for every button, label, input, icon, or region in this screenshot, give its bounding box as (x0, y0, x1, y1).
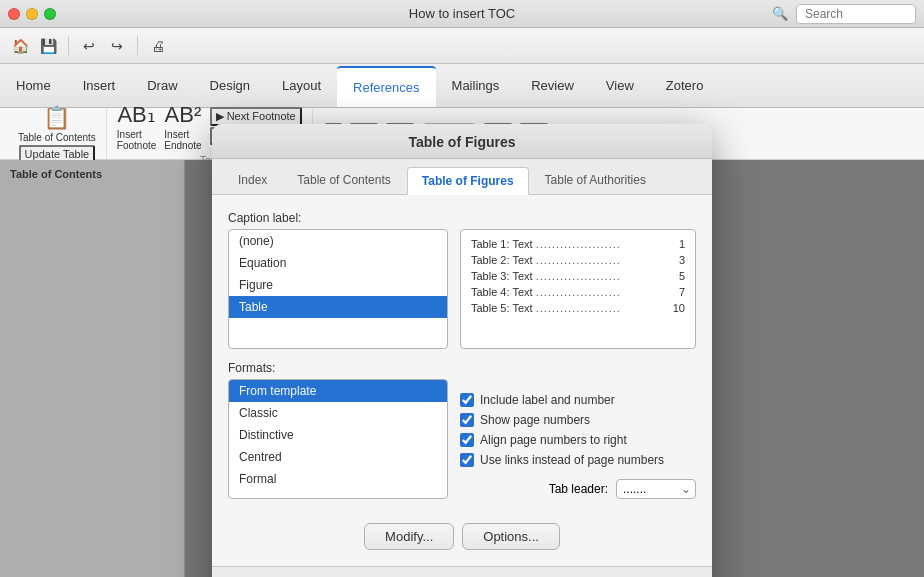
tab-leader-select-wrapper[interactable]: (none) ....... ------- _______ (616, 479, 696, 499)
formats-list: From template Classic Distinctive Centre… (228, 379, 448, 499)
preview-text-3: Table 3: Text ..................... (471, 270, 621, 282)
dialog-title: Table of Figures (212, 124, 712, 159)
checkbox-align-page[interactable]: Align page numbers to right (460, 433, 696, 447)
use-links-checkbox[interactable] (460, 453, 474, 467)
show-page-checkbox[interactable] (460, 413, 474, 427)
caption-none[interactable]: (none) (229, 230, 447, 252)
align-page-checkbox[interactable] (460, 433, 474, 447)
caption-two-col: (none) Equation Figure Table Table 1: Te… (228, 229, 696, 349)
tab-mailings[interactable]: Mailings (436, 64, 516, 107)
preview-text-4: Table 4: Text ..................... (471, 286, 621, 298)
checkboxes: Include label and number Show page numbe… (460, 393, 696, 467)
insert-footnote-button[interactable]: AB₁ InsertFootnote (117, 102, 156, 151)
caption-equation[interactable]: Equation (229, 252, 447, 274)
toc-group: 📋 Table of Contents Update Table (8, 108, 107, 159)
tab-leader-select[interactable]: (none) ....... ------- _______ (616, 479, 696, 499)
tab-zotero[interactable]: Zotero (650, 64, 720, 107)
preview-item-3: Table 3: Text ..................... 5 (471, 270, 685, 282)
preview-page-3: 5 (679, 270, 685, 282)
preview-text-5: Table 5: Text ..................... (471, 302, 621, 314)
tab-leader-label: Tab leader: (549, 482, 608, 496)
tab-index[interactable]: Index (224, 167, 281, 194)
caption-figure[interactable]: Figure (229, 274, 447, 296)
dialog-footer: Cancel OK (212, 566, 712, 578)
caption-list: (none) Equation Figure Table (228, 229, 448, 349)
search-icon: 🔍 (772, 6, 788, 21)
window-controls[interactable] (8, 8, 56, 20)
caption-table[interactable]: Table (229, 296, 447, 318)
endnote-label: InsertEndnote (164, 129, 201, 151)
format-formal[interactable]: Formal (229, 468, 447, 490)
toolbar: 🏠 💾 ↩ ↪ 🖨 (0, 28, 924, 64)
tab-table-of-contents[interactable]: Table of Contents (283, 167, 404, 194)
search-input[interactable] (796, 4, 916, 24)
show-page-text: Show page numbers (480, 413, 590, 427)
tab-leader-area: Include label and number Show page numbe… (460, 379, 696, 499)
format-centred[interactable]: Centred (229, 446, 447, 468)
preview-text-1: Table 1: Text ..................... (471, 238, 621, 250)
table-of-contents-button[interactable]: 📋 Table of Contents (18, 105, 96, 143)
title-bar: How to insert TOC 🔍 (0, 0, 924, 28)
tab-view[interactable]: View (590, 64, 650, 107)
toolbar-separator-2 (137, 36, 138, 56)
preview-page-5: 10 (673, 302, 685, 314)
formats-section: Formats: From template Classic Distincti… (228, 361, 696, 499)
window-title: How to insert TOC (409, 6, 515, 21)
title-bar-right: 🔍 (772, 4, 916, 24)
checkbox-use-links[interactable]: Use links instead of page numbers (460, 453, 696, 467)
toolbar-separator (68, 36, 69, 56)
preview-page-2: 3 (679, 254, 685, 266)
preview-text-2: Table 2: Text ..................... (471, 254, 621, 266)
tab-insert[interactable]: Insert (67, 64, 132, 107)
preview-item-5: Table 5: Text ..................... 10 (471, 302, 685, 314)
doc-area: Table of Contents Table of Figures Index… (0, 160, 924, 577)
format-distinctive[interactable]: Distinctive (229, 424, 447, 446)
tab-leader-row: Tab leader: (none) ....... ------- _____… (460, 479, 696, 499)
modal-overlay: Table of Figures Index Table of Contents… (0, 160, 924, 577)
preview-page-4: 7 (679, 286, 685, 298)
align-page-text: Align page numbers to right (480, 433, 627, 447)
include-label-checkbox[interactable] (460, 393, 474, 407)
tab-table-of-figures[interactable]: Table of Figures (407, 167, 529, 195)
tab-design[interactable]: Design (194, 64, 266, 107)
checkbox-include-label[interactable]: Include label and number (460, 393, 696, 407)
options-button[interactable]: Options... (462, 523, 560, 550)
minimize-button[interactable] (26, 8, 38, 20)
home-icon[interactable]: 🏠 (8, 34, 32, 58)
tab-home[interactable]: Home (0, 64, 67, 107)
format-from-template[interactable]: From template (229, 380, 447, 402)
preview-item-1: Table 1: Text ..................... 1 (471, 238, 685, 250)
dialog-tabs: Index Table of Contents Table of Figures… (212, 159, 712, 195)
print-icon[interactable]: 🖨 (146, 34, 170, 58)
checkbox-show-page[interactable]: Show page numbers (460, 413, 696, 427)
modify-button[interactable]: Modify... (364, 523, 454, 550)
preview-pane: Table 1: Text ..................... 1 Ta… (460, 229, 696, 349)
preview-item-2: Table 2: Text ..................... 3 (471, 254, 685, 266)
use-links-text: Use links instead of page numbers (480, 453, 664, 467)
format-classic[interactable]: Classic (229, 402, 447, 424)
dialog-action-row: Modify... Options... (212, 515, 712, 566)
dialog: Table of Figures Index Table of Contents… (212, 124, 712, 578)
save-icon[interactable]: 💾 (36, 34, 60, 58)
tab-draw[interactable]: Draw (131, 64, 193, 107)
toc-label: Table of Contents (18, 132, 96, 143)
maximize-button[interactable] (44, 8, 56, 20)
formats-label: Formats: (228, 361, 696, 375)
tab-layout[interactable]: Layout (266, 64, 337, 107)
undo-icon[interactable]: ↩ (77, 34, 101, 58)
dialog-body: Caption label: (none) Equation Figure Ta… (212, 195, 712, 515)
footnote-label: InsertFootnote (117, 129, 156, 151)
preview-page-1: 1 (679, 238, 685, 250)
toc-icon: 📋 (43, 105, 70, 131)
redo-icon[interactable]: ↪ (105, 34, 129, 58)
tab-table-of-authorities[interactable]: Table of Authorities (531, 167, 660, 194)
formats-two-col: From template Classic Distinctive Centre… (228, 379, 696, 499)
preview-item-4: Table 4: Text ..................... 7 (471, 286, 685, 298)
insert-endnote-button[interactable]: AB² InsertEndnote (164, 102, 201, 151)
caption-label-heading: Caption label: (228, 211, 696, 225)
tab-references[interactable]: References (337, 66, 435, 107)
close-button[interactable] (8, 8, 20, 20)
tab-review[interactable]: Review (515, 64, 590, 107)
ribbon-tabs: Home Insert Draw Design Layout Reference… (0, 64, 924, 108)
include-label-text: Include label and number (480, 393, 615, 407)
